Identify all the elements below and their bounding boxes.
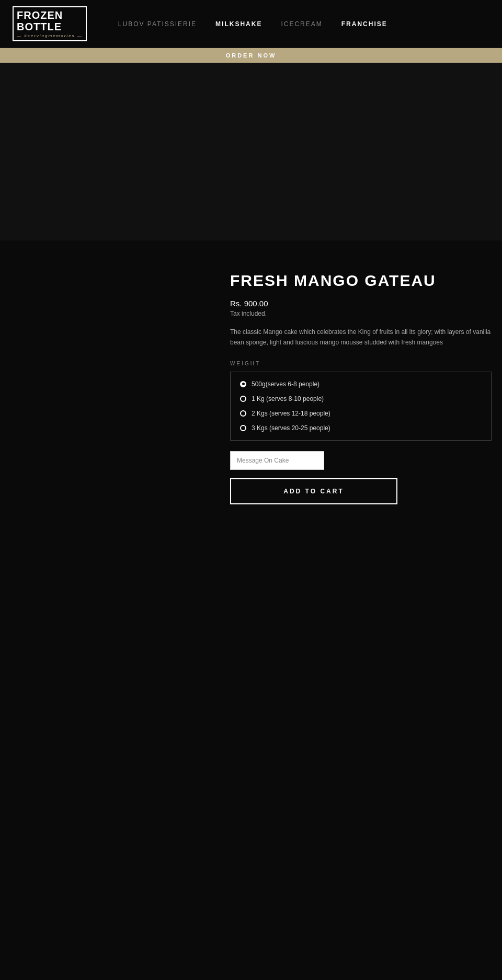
weight-label: WEIGHT: [230, 361, 492, 366]
logo-text: FROZEN BOTTLE: [17, 9, 83, 32]
weight-label-500g: 500g(serves 6-8 people): [252, 381, 320, 388]
radio-2kg: [240, 410, 246, 417]
weight-option-3kg[interactable]: 3 Kgs (serves 20-25 people): [240, 424, 482, 432]
bottom-area: [0, 536, 502, 980]
order-now-banner[interactable]: ORDER NOW: [0, 48, 502, 63]
order-now-label: ORDER NOW: [226, 52, 277, 59]
nav-milkshake[interactable]: MILKSHAKE: [215, 20, 262, 28]
product-details-column: FRESH MANGO GATEAU Rs. 900.00 Tax includ…: [220, 272, 502, 504]
product-price: Rs. 900.00: [230, 299, 492, 308]
nav-lubov-patissierie[interactable]: LUBOV PATISSIERIE: [118, 20, 197, 28]
product-section: FRESH MANGO GATEAU Rs. 900.00 Tax includ…: [0, 240, 502, 536]
main-nav: LUBOV PATISSIERIE MILKSHAKE ICECREAM FRA…: [118, 20, 387, 28]
logo[interactable]: FROZEN BOTTLE — #servingmemories —: [13, 6, 87, 41]
weight-option-1kg[interactable]: 1 Kg (serves 8-10 people): [240, 395, 482, 402]
weight-label-2kg: 2 Kgs (serves 12-18 people): [252, 410, 330, 417]
weight-options-group: 500g(serves 6-8 people) 1 Kg (serves 8-1…: [230, 372, 492, 441]
logo-tagline: — #servingmemories —: [17, 33, 83, 38]
nav-franchise[interactable]: FRANCHISE: [341, 20, 387, 28]
product-title: FRESH MANGO GATEAU: [230, 272, 492, 290]
weight-label-3kg: 3 Kgs (serves 20-25 people): [252, 424, 330, 432]
nav-icecream[interactable]: ICECREAM: [281, 20, 322, 28]
radio-1kg: [240, 396, 246, 402]
add-to-cart-button[interactable]: ADD TO CART: [230, 478, 397, 504]
radio-500g: [240, 381, 246, 387]
product-description: The classic Mango cake which celebrates …: [230, 327, 492, 348]
weight-label-1kg: 1 Kg (serves 8-10 people): [252, 395, 324, 402]
hero-image-area: [0, 63, 502, 240]
product-tax-note: Tax included.: [230, 310, 492, 317]
product-image-column: [0, 272, 220, 504]
site-header: FROZEN BOTTLE — #servingmemories — LUBOV…: [0, 0, 502, 48]
weight-option-2kg[interactable]: 2 Kgs (serves 12-18 people): [240, 410, 482, 417]
weight-option-500g[interactable]: 500g(serves 6-8 people): [240, 381, 482, 388]
radio-3kg: [240, 425, 246, 431]
message-on-cake-input[interactable]: [230, 451, 324, 470]
